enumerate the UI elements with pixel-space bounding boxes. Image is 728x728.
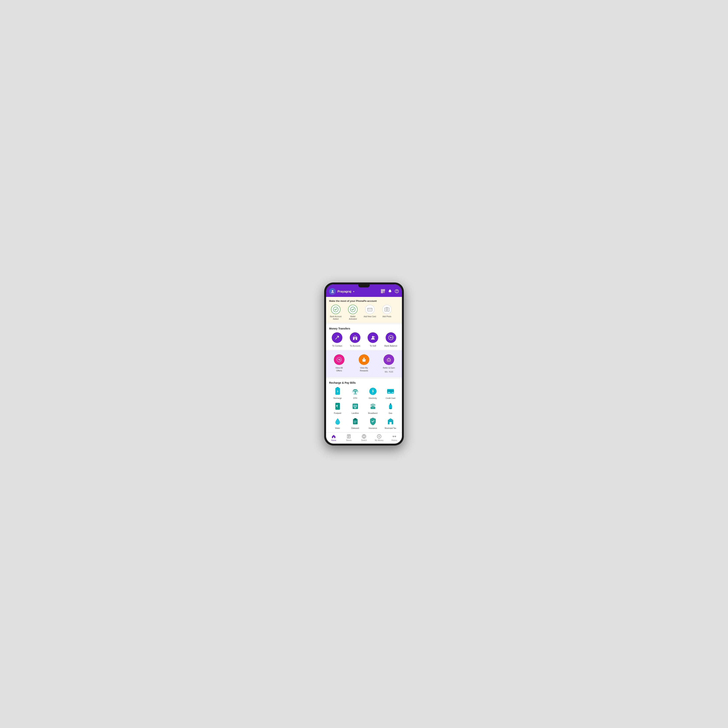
transfer-bank-balance[interactable]: ₹? Bank Balance <box>383 332 399 347</box>
svg-point-18 <box>387 309 387 310</box>
svg-point-58 <box>389 408 392 409</box>
promo-offers[interactable]: % View AllOffers <box>327 353 351 374</box>
nav-mymoney-label: My Money <box>375 439 384 441</box>
dth-label: DTH <box>353 397 357 399</box>
onboarding-item-bank[interactable]: Bank AccountAdded <box>329 305 343 320</box>
svg-rect-40 <box>392 392 393 393</box>
datacard-icon <box>350 416 360 426</box>
help-icon[interactable] <box>395 289 399 294</box>
nav-my-money[interactable]: ₹ My Money <box>372 434 387 441</box>
landline-icon <box>350 402 360 411</box>
bill-gas[interactable]: Gas <box>382 402 399 414</box>
svg-rect-63 <box>354 423 356 423</box>
phone-screen: Prayagraj ▾ <box>326 284 402 444</box>
bank-check-icon <box>331 305 341 314</box>
promo-rewards[interactable]: View MyRewards <box>352 353 376 374</box>
wallet-label: WalletActivated <box>349 315 356 320</box>
to-contact-label: To Contact <box>332 344 342 347</box>
svg-rect-44 <box>353 405 354 406</box>
money-transfers-title: Money Transfers <box>329 327 399 330</box>
bill-broadband[interactable]: Broadband <box>364 402 381 414</box>
location-label[interactable]: Prayagraj <box>338 290 351 293</box>
onboarding-item-card[interactable]: Add New Card <box>363 305 376 320</box>
svg-rect-4 <box>384 290 384 291</box>
water-label: Water <box>335 427 340 429</box>
bell-icon[interactable] <box>388 289 392 294</box>
datacard-label: Datacard <box>351 427 359 429</box>
svg-rect-20 <box>355 338 356 340</box>
municipal-tax-label: Municipal Tax <box>385 427 396 429</box>
onboarding-title: Make the most of your PhonePe account <box>329 300 399 302</box>
broadband-icon <box>368 402 378 411</box>
nav-history-label: History <box>391 439 397 441</box>
bill-credit-card[interactable]: Credit Card <box>382 387 399 399</box>
refer-sublabel: Min. ₹100 <box>385 371 393 373</box>
to-self-icon <box>368 332 378 343</box>
to-self-label: To Self <box>370 344 376 347</box>
bill-electricity[interactable]: Electricity <box>364 387 381 399</box>
nav-home-label: Home <box>331 439 336 441</box>
transfer-to-contact[interactable]: To Contact <box>329 332 345 347</box>
onboarding-item-photo[interactable]: Add Photo <box>380 305 393 320</box>
svg-rect-62 <box>354 422 357 422</box>
avatar[interactable] <box>329 288 336 295</box>
money-transfers-section: Money Transfers To Contact <box>326 324 402 350</box>
svg-rect-2 <box>381 290 382 291</box>
nav-home[interactable]: Home <box>326 434 341 441</box>
rewards-icon <box>359 354 369 365</box>
to-account-icon <box>350 332 360 343</box>
dropdown-arrow-icon[interactable]: ▾ <box>353 290 354 293</box>
bank-label: Bank AccountAdded <box>330 315 341 320</box>
gas-icon <box>386 402 395 411</box>
water-icon <box>333 416 343 426</box>
svg-point-53 <box>373 407 373 408</box>
photo-label: Add Photo <box>382 315 392 318</box>
promo-refer[interactable]: Refer & Earn Min. ₹100 <box>377 353 401 374</box>
bill-insurance[interactable]: Insurance <box>364 416 381 429</box>
offers-icon: % <box>334 354 344 365</box>
svg-rect-46 <box>356 405 357 406</box>
insurance-label: Insurance <box>369 427 377 429</box>
bill-dth[interactable]: DTH <box>347 387 364 399</box>
svg-rect-47 <box>353 406 354 407</box>
transfer-to-account[interactable]: To Account <box>347 332 363 347</box>
onboarding-item-wallet[interactable]: WalletActivated <box>346 305 359 320</box>
transfer-to-self[interactable]: To Self <box>365 332 381 347</box>
svg-rect-50 <box>354 407 356 408</box>
promo-section: % View AllOffers <box>326 350 402 377</box>
bill-postpaid[interactable]: ₹ Postpaid <box>329 402 346 414</box>
svg-text:₹: ₹ <box>336 405 338 408</box>
avatar-image <box>329 288 336 295</box>
recharge-section: Recharge & Pay Bills Recharge <box>326 379 402 432</box>
bank-balance-icon: ₹? <box>385 332 396 343</box>
recharge-label: Recharge <box>333 397 342 399</box>
nav-switch-label: Switch <box>361 439 367 441</box>
dth-icon <box>350 387 360 396</box>
svg-rect-48 <box>355 406 356 407</box>
bottom-nav: Home Stores Switch <box>326 433 402 444</box>
bill-datacard[interactable]: Datacard <box>347 416 364 429</box>
svg-point-35 <box>355 392 356 393</box>
svg-rect-67 <box>347 435 350 438</box>
svg-point-21 <box>372 336 374 338</box>
refer-icon <box>384 354 394 365</box>
svg-rect-39 <box>388 392 390 393</box>
nav-stores-label: Stores <box>346 439 352 441</box>
bill-recharge[interactable]: Recharge <box>329 387 346 399</box>
nav-stores[interactable]: Stores <box>341 434 356 441</box>
qr-icon[interactable] <box>381 289 385 294</box>
nav-history[interactable]: History <box>387 434 402 441</box>
bill-grid: Recharge <box>329 387 399 429</box>
broadband-label: Broadband <box>368 412 378 414</box>
bill-landline[interactable]: Landline <box>347 402 364 414</box>
bill-water[interactable]: Water <box>329 416 346 429</box>
svg-text:%: % <box>392 420 393 421</box>
camera-notch <box>358 284 370 288</box>
svg-point-52 <box>372 407 372 408</box>
bill-municipal-tax[interactable]: % Municipal Tax <box>382 416 399 429</box>
card-label: Add New Card <box>364 315 376 318</box>
svg-point-14 <box>350 307 355 312</box>
nav-switch[interactable]: Switch <box>356 434 372 441</box>
to-account-label: To Account <box>350 344 360 347</box>
electricity-label: Electricity <box>369 397 377 399</box>
